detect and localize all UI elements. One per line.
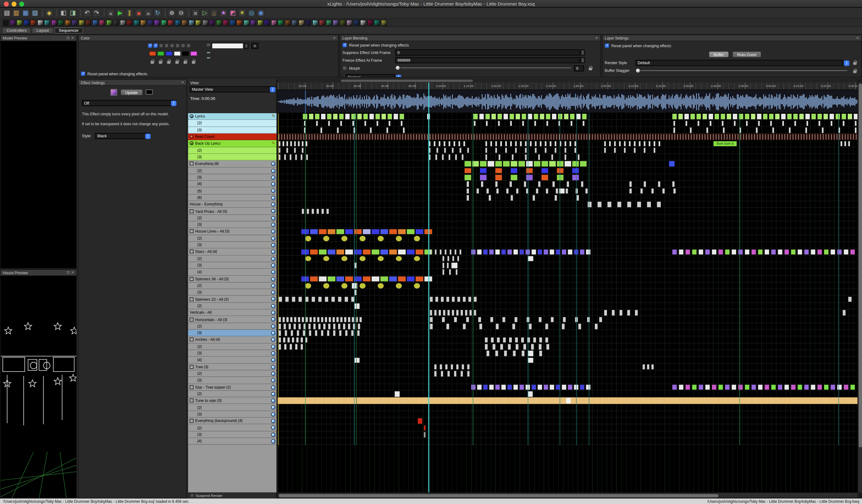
close-window-icon[interactable] — [4, 1, 9, 6]
tab-sequencer[interactable]: Sequencer — [54, 27, 83, 34]
effect-block[interactable] — [434, 310, 436, 316]
effect-block[interactable] — [354, 249, 362, 254]
track-row-arches-all-4-33[interactable]: −Arches - All [4] — [188, 336, 276, 343]
effect-block[interactable] — [782, 121, 784, 126]
effect-block[interactable] — [452, 148, 454, 153]
effect-block[interactable] — [653, 134, 653, 140]
effect-block[interactable] — [837, 134, 837, 140]
effect-block[interactable] — [492, 114, 496, 119]
effect-block[interactable] — [512, 134, 513, 140]
effect-block[interactable] — [563, 317, 566, 322]
effect-block[interactable] — [697, 114, 701, 119]
effect-preset-10-icon[interactable] — [65, 19, 71, 26]
effect-assistant-icon[interactable]: ★ — [219, 9, 228, 17]
track-row-beat-count-3[interactable]: Beat Count — [188, 134, 276, 140]
effect-block[interactable] — [578, 324, 581, 329]
effect-block[interactable] — [333, 324, 335, 329]
effect-block[interactable] — [445, 249, 446, 254]
effect-preset-54-icon[interactable] — [367, 19, 373, 26]
effect-block[interactable] — [334, 134, 335, 140]
effect-block[interactable] — [288, 324, 291, 329]
color-lock-5-icon[interactable] — [184, 61, 187, 64]
effect-block[interactable] — [749, 134, 749, 140]
effect-block[interactable] — [709, 121, 711, 126]
effect-block[interactable] — [540, 114, 544, 119]
effect-block[interactable] — [397, 134, 398, 140]
audio-waveform[interactable] — [278, 90, 858, 113]
effect-block[interactable] — [540, 141, 541, 146]
pencil-icon[interactable]: ✎ — [272, 141, 275, 146]
effect-block[interactable] — [685, 121, 687, 126]
grid-row-5-11[interactable] — [278, 187, 858, 194]
effect-block[interactable] — [807, 134, 807, 140]
effect-block[interactable] — [684, 114, 689, 119]
effect-block[interactable] — [434, 371, 436, 376]
minimize-window-icon[interactable] — [11, 1, 16, 6]
effect-block[interactable] — [546, 344, 549, 349]
effect-block[interactable] — [549, 161, 556, 167]
effect-block[interactable] — [635, 310, 638, 316]
effect-preset-16-icon[interactable] — [106, 19, 112, 26]
effect-block[interactable] — [295, 344, 297, 349]
effect-block[interactable] — [809, 134, 810, 140]
effect-block[interactable] — [388, 114, 392, 119]
color-checkbox-3[interactable] — [159, 43, 163, 48]
effect-block[interactable] — [447, 263, 448, 268]
effect-preset-52-icon[interactable] — [353, 19, 360, 26]
effect-block[interactable] — [341, 256, 348, 261]
effect-block[interactable] — [528, 351, 533, 356]
track-row-everything-background-4-45[interactable]: −Everything (background) [4] — [188, 417, 276, 424]
effect-block[interactable] — [551, 155, 553, 160]
effect-block[interactable] — [685, 385, 690, 390]
effect-block[interactable] — [328, 229, 335, 234]
effect-block[interactable] — [649, 141, 650, 146]
track-row-spinners-36-all-3-24[interactable]: −Spinners 36 - All [3] — [188, 276, 276, 282]
effect-block[interactable] — [414, 134, 414, 140]
morph-value-input[interactable]: 0 — [574, 65, 584, 71]
effect-block[interactable] — [340, 121, 342, 126]
effect-block[interactable] — [614, 148, 615, 153]
effect-block[interactable] — [313, 317, 316, 322]
effect-block[interactable] — [779, 134, 780, 140]
effect-block[interactable] — [298, 317, 300, 322]
effect-block[interactable] — [811, 114, 816, 119]
effect-block[interactable] — [441, 297, 444, 302]
effect-block[interactable] — [699, 249, 703, 254]
effect-block[interactable] — [507, 134, 508, 140]
effect-block[interactable] — [333, 330, 335, 335]
track-row-2-18[interactable]: [2] — [188, 235, 276, 242]
effect-block[interactable] — [466, 317, 469, 322]
render-icon[interactable] — [271, 338, 275, 342]
effect-block[interactable] — [448, 141, 450, 146]
vertical-scrollbar[interactable] — [858, 82, 862, 492]
grid-row-spinners-36-all-3-24[interactable] — [278, 276, 858, 282]
effect-preset-30-icon[interactable] — [202, 19, 208, 26]
render-icon[interactable] — [271, 277, 275, 281]
effect-block[interactable] — [278, 324, 281, 329]
effect-preset-6-icon[interactable] — [37, 19, 43, 26]
effect-block[interactable] — [394, 114, 398, 119]
effect-block[interactable] — [713, 134, 714, 140]
effect-block[interactable] — [619, 141, 621, 146]
track-row-3-35[interactable]: [3] — [188, 350, 276, 357]
effect-block[interactable] — [430, 297, 433, 302]
effect-block[interactable] — [463, 297, 466, 302]
effect-block[interactable] — [467, 195, 469, 200]
effect-block[interactable] — [348, 317, 350, 322]
effect-block[interactable] — [310, 276, 318, 282]
effect-block[interactable] — [306, 155, 308, 160]
effect-block[interactable] — [460, 249, 461, 254]
effect-block[interactable] — [485, 114, 489, 119]
grid-row-3-47[interactable] — [278, 431, 858, 438]
render-icon[interactable] — [271, 304, 275, 308]
effect-block[interactable] — [752, 249, 756, 254]
grid-row-3-32[interactable] — [278, 330, 858, 336]
effect-block[interactable] — [468, 134, 469, 140]
effect-block[interactable] — [448, 155, 450, 160]
effect-block[interactable] — [851, 134, 851, 140]
effect-block[interactable] — [752, 134, 752, 140]
effect-block[interactable] — [532, 134, 532, 140]
render-icon[interactable] — [271, 324, 275, 329]
effect-block[interactable] — [538, 249, 542, 254]
effect-block[interactable] — [674, 188, 676, 194]
